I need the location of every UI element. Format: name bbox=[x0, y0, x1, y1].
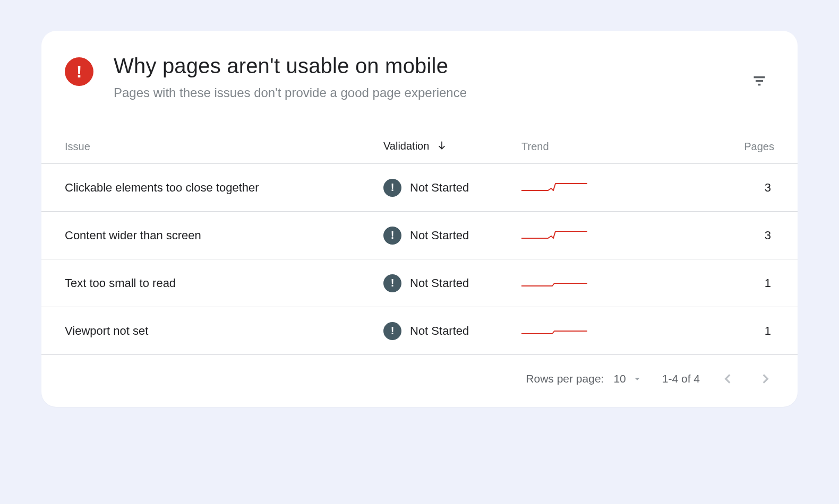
validation-status-icon: ! bbox=[383, 227, 401, 245]
trend-sparkline bbox=[521, 324, 587, 338]
card-subtitle: Pages with these issues don't provide a … bbox=[114, 85, 748, 100]
card-title: Why pages aren't usable on mobile bbox=[114, 54, 748, 78]
validation-status-label: Not Started bbox=[410, 324, 469, 338]
validation-cell: !Not Started bbox=[383, 227, 521, 245]
svg-rect-1 bbox=[756, 80, 763, 82]
chevron-left-icon bbox=[721, 372, 735, 386]
trend-cell bbox=[521, 181, 644, 195]
rows-per-page-value: 10 bbox=[613, 372, 626, 385]
rows-per-page-label: Rows per page: bbox=[526, 372, 604, 385]
trend-cell bbox=[521, 324, 644, 338]
trend-sparkline bbox=[521, 276, 587, 290]
sort-descending-icon bbox=[436, 140, 447, 153]
validation-status-label: Not Started bbox=[410, 229, 469, 242]
filter-button[interactable] bbox=[748, 70, 771, 91]
column-header-pages[interactable]: Pages bbox=[644, 141, 774, 153]
svg-rect-0 bbox=[754, 76, 765, 79]
trend-sparkline bbox=[521, 229, 587, 242]
issue-name: Clickable elements too close together bbox=[65, 181, 383, 195]
table-header-row: Issue Validation Trend Pages bbox=[41, 130, 798, 164]
table-row[interactable]: Content wider than screen!Not Started3 bbox=[41, 212, 798, 259]
table-row[interactable]: Viewport not set!Not Started1 bbox=[41, 307, 798, 355]
issues-table: Issue Validation Trend Pages Clickable e… bbox=[41, 130, 798, 355]
issues-card: ! Why pages aren't usable on mobile Page… bbox=[41, 31, 798, 407]
pagination-bar: Rows per page: 10 1-4 of 4 bbox=[41, 355, 798, 407]
svg-rect-2 bbox=[758, 84, 761, 86]
error-icon: ! bbox=[65, 57, 93, 86]
pages-count: 1 bbox=[644, 324, 774, 338]
chevron-right-icon bbox=[758, 372, 772, 386]
pages-count: 3 bbox=[644, 181, 774, 195]
validation-status-label: Not Started bbox=[410, 276, 469, 290]
trend-sparkline bbox=[521, 181, 587, 195]
column-header-issue[interactable]: Issue bbox=[65, 141, 383, 153]
validation-status-label: Not Started bbox=[410, 181, 469, 195]
table-row[interactable]: Text too small to read!Not Started1 bbox=[41, 259, 798, 307]
filter-icon bbox=[752, 73, 767, 88]
validation-status-icon: ! bbox=[383, 274, 401, 292]
column-header-validation[interactable]: Validation bbox=[383, 140, 521, 153]
issue-name: Content wider than screen bbox=[65, 229, 383, 242]
column-header-trend[interactable]: Trend bbox=[521, 141, 644, 153]
dropdown-icon bbox=[631, 373, 643, 385]
page-range: 1-4 of 4 bbox=[662, 372, 700, 385]
column-header-validation-label: Validation bbox=[383, 140, 429, 152]
header-text: Why pages aren't usable on mobile Pages … bbox=[114, 54, 748, 100]
rows-per-page-select[interactable]: 10 bbox=[613, 372, 643, 385]
card-header: ! Why pages aren't usable on mobile Page… bbox=[41, 31, 798, 106]
issue-name: Viewport not set bbox=[65, 324, 383, 338]
pages-count: 3 bbox=[644, 229, 774, 242]
validation-status-icon: ! bbox=[383, 179, 401, 197]
prev-page-button[interactable] bbox=[719, 370, 737, 388]
trend-cell bbox=[521, 276, 644, 290]
table-row[interactable]: Clickable elements too close together!No… bbox=[41, 164, 798, 212]
validation-cell: !Not Started bbox=[383, 274, 521, 292]
rows-per-page: Rows per page: 10 bbox=[526, 372, 643, 385]
validation-status-icon: ! bbox=[383, 322, 401, 340]
issue-name: Text too small to read bbox=[65, 276, 383, 290]
trend-cell bbox=[521, 229, 644, 242]
next-page-button[interactable] bbox=[756, 370, 774, 388]
pages-count: 1 bbox=[644, 276, 774, 290]
validation-cell: !Not Started bbox=[383, 322, 521, 340]
validation-cell: !Not Started bbox=[383, 179, 521, 197]
